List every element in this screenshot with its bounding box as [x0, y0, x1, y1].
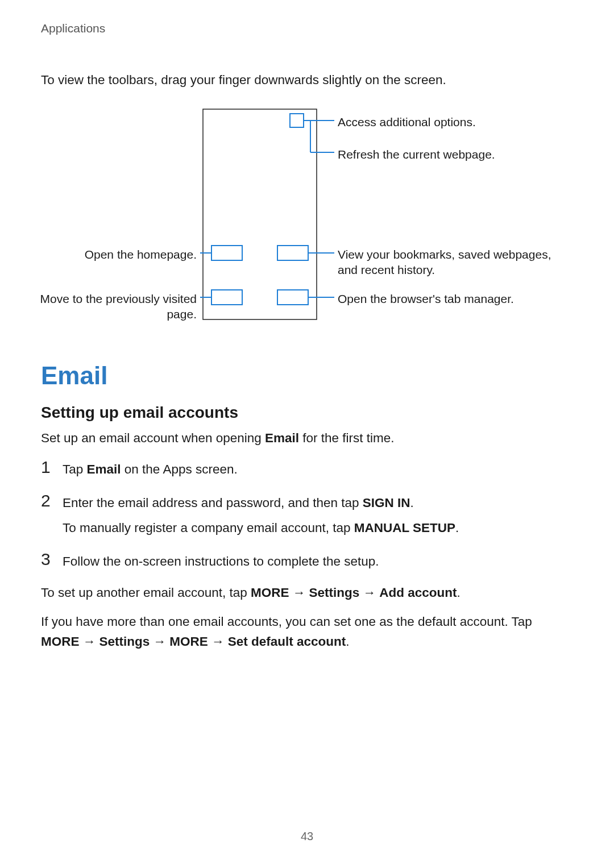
step-2: 2Enter the email address and password, a… [41, 491, 573, 539]
step-0-main-seg-2: on the Apps screen. [121, 462, 238, 476]
svg-rect-9 [277, 246, 308, 260]
svg-rect-11 [211, 290, 242, 305]
step-3: 3Follow the on-screen instructions to co… [41, 550, 573, 572]
step-number: 3 [41, 550, 63, 568]
paragraph-default-account: If you have more than one email accounts… [41, 612, 573, 652]
step-1-sub-seg-0: To manually register a company email acc… [63, 521, 354, 535]
callout-back: Move to the previously visited page. [38, 291, 197, 322]
svg-rect-1 [290, 114, 304, 127]
lead-pre: Set up an email account when opening [41, 431, 265, 445]
intro-text: To view the toolbars, drag your finger d… [41, 70, 573, 90]
p1-seg-1: MORE [251, 585, 289, 600]
step-text: Follow the on-screen instructions to com… [63, 550, 573, 572]
section-lead: Set up an email account when opening Ema… [41, 429, 573, 448]
p2-seg-3: Settings [99, 634, 150, 649]
step-number: 1 [41, 458, 63, 476]
p1-seg-0: To set up another email account, tap [41, 585, 251, 600]
p1-seg-3: Settings [309, 585, 360, 600]
step-1-main-seg-1: SIGN IN [363, 496, 410, 510]
page-header: Applications [41, 22, 573, 35]
step-1: 1Tap Email on the Apps screen. [41, 458, 573, 480]
step-0-main-seg-0: Tap [63, 462, 87, 476]
svg-rect-13 [277, 290, 308, 305]
p1-seg-4: → [359, 585, 379, 600]
browser-diagram: Access additional options. Refresh the c… [41, 106, 573, 339]
p2-seg-0: If you have more than one email accounts… [41, 614, 532, 629]
p2-seg-1: MORE [41, 634, 80, 649]
callout-refresh: Refresh the current webpage. [338, 147, 554, 162]
step-subtext: To manually register a company email acc… [63, 518, 573, 538]
p2-seg-7: Set default account [228, 634, 346, 649]
step-number: 2 [41, 491, 63, 510]
p1-seg-6: . [457, 585, 460, 600]
p2-seg-6: → [208, 634, 228, 649]
p2-seg-4: → [150, 634, 169, 649]
step-text: Enter the email address and password, an… [63, 491, 573, 539]
section-subtitle: Setting up email accounts [41, 404, 573, 422]
step-text: Tap Email on the Apps screen. [63, 458, 573, 480]
step-1-sub-seg-2: . [455, 521, 459, 535]
p2-seg-5: MORE [169, 634, 208, 649]
step-0-main-seg-1: Email [87, 462, 121, 476]
callout-options: Access additional options. [338, 114, 554, 130]
svg-rect-7 [211, 246, 242, 260]
page-number: 43 [0, 830, 614, 843]
lead-post: for the first time. [299, 431, 395, 445]
steps-list: 1Tap Email on the Apps screen.2Enter the… [41, 458, 573, 572]
section-title: Email [41, 362, 573, 390]
p2-seg-2: → [80, 634, 99, 649]
svg-rect-0 [203, 109, 317, 319]
lead-bold: Email [265, 431, 299, 445]
callout-bookmarks: View your bookmarks, saved webpages, and… [338, 247, 554, 278]
step-2-main-seg-0: Follow the on-screen instructions to com… [63, 554, 379, 568]
p2-seg-8: . [346, 634, 349, 649]
callout-homepage: Open the homepage. [38, 247, 197, 262]
paragraph-add-account: To set up another email account, tap MOR… [41, 583, 573, 603]
callout-tabs: Open the browser's tab manager. [338, 291, 554, 306]
step-1-sub-seg-1: MANUAL SETUP [354, 521, 455, 535]
p1-seg-2: → [289, 585, 309, 600]
step-1-main-seg-2: . [410, 496, 414, 510]
p1-seg-5: Add account [379, 585, 457, 600]
step-1-main-seg-0: Enter the email address and password, an… [63, 496, 363, 510]
